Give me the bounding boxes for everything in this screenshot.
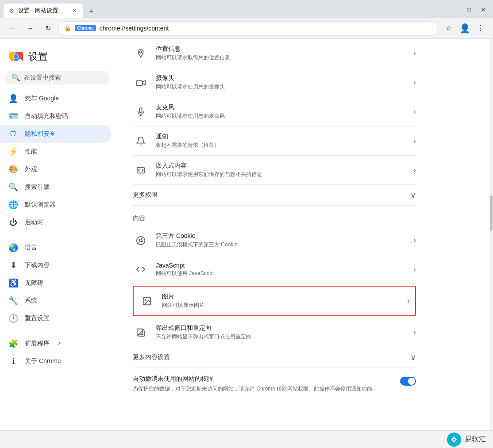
location-title: 位置信息 — [156, 45, 406, 53]
close-button[interactable]: ✕ — [477, 4, 489, 16]
new-tab-button[interactable]: + — [85, 5, 97, 18]
notifications-row[interactable]: 通知 收起不需要的请求（推荐） › — [133, 126, 416, 156]
sidebar-label-search: 搜索引擎 — [25, 183, 50, 191]
forward-button[interactable]: → — [23, 21, 37, 35]
svg-point-12 — [139, 239, 140, 240]
mic-icon — [133, 104, 149, 120]
camera-desc: 网站可以请求使用您的摄像头 — [156, 83, 406, 91]
more-permissions-row[interactable]: 更多权限 ∨ — [133, 185, 416, 206]
minimize-button[interactable]: — — [449, 4, 461, 16]
microphone-row[interactable]: 麦克风 网站可以请求使用您的麦克风 › — [133, 97, 416, 126]
cookies-title: 第三方 Cookie — [156, 232, 406, 240]
globe-icon: 🌏 — [9, 243, 18, 252]
reload-button[interactable]: ↻ — [41, 21, 55, 35]
sidebar-item-about[interactable]: ℹ 关于 Chrome — [0, 352, 112, 370]
badge-icon: 🪪 — [9, 112, 18, 121]
svg-point-17 — [145, 299, 146, 300]
sidebar-item-startup[interactable]: ⏻ 启动时 — [0, 214, 112, 231]
camera-arrow-icon: › — [413, 78, 416, 87]
location-row[interactable]: 位置信息 网站可以请求取得您的位置信息 › — [133, 39, 416, 68]
popups-desc: 不允许网站显示弹出式窗口或使用重定向 — [156, 333, 406, 341]
profile-button[interactable]: 👤 — [458, 21, 472, 35]
cookies-text: 第三方 Cookie 已阻止无痕模式下的第三方 Cookie — [156, 232, 406, 249]
sidebar-item-extensions[interactable]: 🧩 扩展程序 ↗ — [0, 335, 112, 352]
sidebar-item-performance[interactable]: ⚡ 性能 — [0, 143, 112, 161]
search-icon: 🔍 — [12, 73, 20, 82]
sidebar-item-default-browser[interactable]: 🌐 默认浏览器 — [0, 196, 112, 214]
sidebar-item-google[interactable]: 👤 您与 Google — [0, 90, 112, 107]
location-arrow-icon: › — [413, 49, 416, 58]
location-desc: 网站可以请求取得您的位置信息 — [156, 54, 406, 61]
camera-row[interactable]: 摄像头 网站可以请求使用您的摄像头 › — [133, 68, 416, 97]
sidebar-label-accessibility: 无障碍 — [25, 279, 43, 287]
sidebar: 设置 🔍 在设置中搜索 👤 您与 Google 🪪 自动填充和密码 🛡 隐私 — [0, 39, 115, 430]
microphone-title: 麦克风 — [156, 103, 406, 111]
sidebar-label-about: 关于 Chrome — [25, 357, 61, 365]
more-permissions-chevron-icon: ∨ — [410, 190, 416, 200]
settings-search[interactable]: 🔍 在设置中搜索 — [5, 71, 110, 84]
more-permissions-label: 更多权限 — [133, 191, 410, 199]
more-content-settings-label: 更多内容设置 — [133, 353, 410, 361]
auto-revoke-toggle[interactable] — [400, 377, 416, 386]
sidebar-item-appearance[interactable]: 🎨 外观 — [0, 161, 112, 178]
svg-point-14 — [141, 241, 143, 242]
shield-icon: 🛡 — [9, 130, 18, 138]
embedded-text: 嵌入式内容 网站可以请求使用它们保存的与您相关的信息 — [156, 162, 406, 178]
cookies-row[interactable]: 第三方 Cookie 已阻止无痕模式下的第三方 Cookie › — [133, 226, 416, 255]
sidebar-item-accessibility[interactable]: ♿ 无障碍 — [0, 274, 112, 292]
back-button[interactable]: ← — [5, 21, 19, 35]
sidebar-item-system[interactable]: 🔧 系统 — [0, 292, 112, 310]
images-row-container: 图片 网站可以显示图片 › — [133, 286, 416, 316]
bottom-bar: 易软汇 — [0, 430, 493, 448]
sidebar-item-autofill[interactable]: 🪪 自动填充和密码 — [0, 107, 112, 125]
cookies-arrow-icon: › — [413, 236, 416, 245]
reset-icon: 🕐 — [9, 314, 18, 323]
menu-button[interactable]: ⋮ — [474, 21, 488, 35]
accessibility-icon: ♿ — [9, 279, 18, 287]
embedded-icon — [133, 162, 149, 178]
download-icon: ⬇ — [9, 261, 18, 270]
sidebar-item-search[interactable]: 🔍 搜索引擎 — [0, 178, 112, 196]
scrollbar-track[interactable] — [489, 39, 493, 430]
javascript-desc: 网站可以使用 JavaScript — [156, 270, 406, 277]
images-arrow-icon: › — [407, 296, 410, 306]
embedded-row[interactable]: 嵌入式内容 网站可以请求使用它们保存的与您相关的信息 › — [133, 156, 416, 185]
omnibox[interactable]: 🔒 Chrome chrome://settings/content — [58, 21, 438, 35]
location-icon — [133, 46, 149, 61]
browser-icon: 🌐 — [9, 200, 18, 209]
puzzle-icon: 🧩 — [9, 339, 18, 348]
sidebar-label-default-browser: 默认浏览器 — [25, 201, 56, 209]
scrollbar-thumb[interactable] — [490, 195, 493, 231]
chrome-logo-icon — [9, 50, 23, 64]
images-row[interactable]: 图片 网站可以显示图片 › — [134, 287, 415, 315]
sidebar-label-extensions: 扩展程序 — [25, 340, 50, 348]
sidebar-item-language[interactable]: 🌏 语言 — [0, 239, 112, 257]
more-content-settings-row[interactable]: 更多内容设置 ∨ — [133, 347, 416, 368]
svg-rect-5 — [136, 80, 143, 85]
sidebar-divider — [9, 235, 106, 235]
bookmark-button[interactable]: ☆ — [442, 21, 456, 35]
sidebar-divider-2 — [9, 331, 106, 331]
sidebar-title: 设置 — [28, 50, 48, 63]
notifications-arrow-icon: › — [413, 136, 416, 146]
popups-text: 弹出式窗口和重定向 不允许网站显示弹出式窗口或使用重定向 — [156, 324, 406, 341]
maximize-button[interactable]: □ — [463, 4, 475, 16]
code-icon — [133, 261, 149, 277]
tab-close-button[interactable]: ✕ — [71, 7, 78, 14]
watermark-logo-icon — [447, 433, 461, 447]
chrome-badge: Chrome — [75, 25, 96, 31]
auto-revoke-desc: 为保护您的数据，对于您近期未访问的网站，请允许 Chrome 移除网站权限。此操… — [133, 385, 393, 393]
palette-icon: 🎨 — [9, 165, 18, 174]
sidebar-item-privacy[interactable]: 🛡 隐私和安全 — [0, 125, 112, 143]
active-tab[interactable]: ⚙ 设置 - 网站设置 ✕ — [4, 4, 83, 18]
external-link-icon: ↗ — [57, 341, 61, 347]
svg-point-11 — [137, 236, 145, 244]
bell-icon — [133, 133, 149, 149]
popups-row[interactable]: 弹出式窗口和重定向 不允许网站显示弹出式窗口或使用重定向 › — [133, 318, 416, 347]
title-bar: ⚙ 设置 - 网站设置 ✕ + — □ ✕ — [0, 0, 493, 18]
svg-point-15 — [139, 241, 140, 242]
javascript-row[interactable]: JavaScript 网站可以使用 JavaScript › — [133, 255, 416, 284]
content-section-label: 内容 — [133, 206, 416, 226]
sidebar-item-downloads[interactable]: ⬇ 下载内容 — [0, 257, 112, 274]
sidebar-item-reset[interactable]: 🕐 重置设置 — [0, 310, 112, 327]
